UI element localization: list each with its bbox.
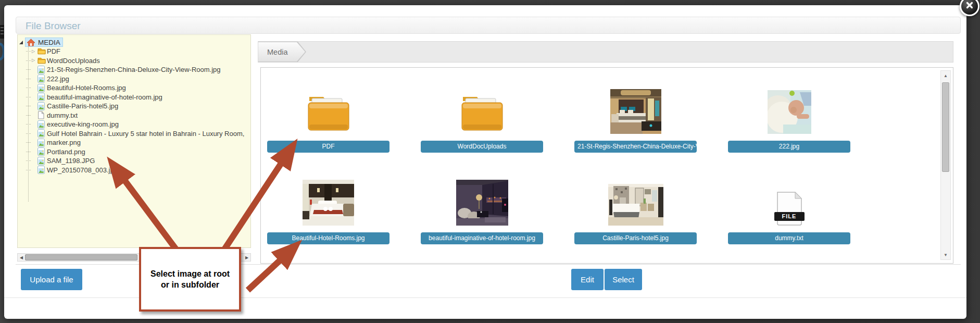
close-x-icon xyxy=(966,2,973,11)
file-name-label[interactable]: 21-St-Regis-Shenzhen-China-Deluxe-City-V… xyxy=(574,141,697,153)
dialog-titlebar: File Browser xyxy=(16,17,961,34)
background-menu-icon xyxy=(0,25,4,39)
grid-item[interactable]: 21-St-Regis-Shenzhen-China-Deluxe-City-V… xyxy=(574,78,697,153)
tree-item-folder[interactable]: ▷ PDF xyxy=(18,47,250,56)
file-name-label[interactable]: Beautiful-Hotel-Rooms.jpg xyxy=(267,232,390,244)
tree-item-folder[interactable]: ▷ WordDocUploads xyxy=(18,56,250,66)
file-icon xyxy=(37,111,47,119)
image-icon xyxy=(37,147,47,156)
annotation-callout: Select image at root or in subfolder xyxy=(139,247,241,312)
tree-item-file[interactable]: ▷ dummy.txt xyxy=(18,111,250,120)
image-icon xyxy=(37,66,47,74)
file-name-label[interactable]: PDF xyxy=(267,141,390,153)
image-icon xyxy=(37,120,47,129)
folder-icon xyxy=(37,48,47,55)
tree-item-image[interactable]: ▷ beautiful-imaginative-of-hotel-room.jp… xyxy=(18,93,250,102)
grid-item[interactable]: Beautiful-Hotel-Rooms.jpg xyxy=(267,170,390,244)
grid-item[interactable]: WordDocUploads xyxy=(421,78,543,153)
file-icon[interactable]: FILE xyxy=(775,191,803,226)
tree-item-image[interactable]: ▷ Portland.png xyxy=(18,147,250,157)
file-name-label[interactable]: 222.jpg xyxy=(728,141,850,153)
selected-tree-node[interactable]: MEDIA xyxy=(25,38,63,47)
media-tree-list: ▷ PDF ▷ WordDocUploads ▷ 21-St-Regis-She… xyxy=(18,47,250,175)
image-icon xyxy=(37,84,47,92)
scroll-right-icon[interactable]: ▶ xyxy=(244,254,250,260)
file-name-label[interactable]: beautiful-imaginative-of-hotel-room.jpg xyxy=(421,232,543,244)
file-name-label[interactable]: Castille-Paris-hotel5.jpg xyxy=(574,232,697,244)
photo-thumbnail[interactable] xyxy=(768,90,811,134)
breadcrumb-item-media[interactable]: Media xyxy=(258,42,305,61)
select-button[interactable]: Select xyxy=(605,269,642,290)
grid-item[interactable]: Castille-Paris-hotel5.jpg xyxy=(574,170,697,244)
edit-button[interactable]: Edit xyxy=(571,269,604,290)
image-icon xyxy=(37,102,47,110)
photo-thumbnail[interactable] xyxy=(610,89,661,134)
upload-file-button[interactable]: Upload a file xyxy=(21,269,82,290)
image-icon xyxy=(37,139,47,147)
folder-icon[interactable] xyxy=(305,92,353,134)
horizontal-scroll-thumb[interactable] xyxy=(25,254,137,260)
tree-item-image[interactable]: ▷ 21-St-Regis-Shenzhen-China-Deluxe-City… xyxy=(18,65,250,74)
folder-icon xyxy=(37,57,47,64)
grid-item[interactable]: PDF xyxy=(267,78,390,153)
image-icon xyxy=(37,93,47,101)
grid-item[interactable]: FILE dummy.txt xyxy=(728,170,850,244)
tree-root-label: MEDIA xyxy=(38,39,60,46)
photo-thumbnail[interactable] xyxy=(608,184,663,226)
vertical-scroll-thumb[interactable] xyxy=(942,82,949,172)
grid-item[interactable]: beautiful-imaginative-of-hotel-room.jpg xyxy=(421,170,543,244)
file-name-label[interactable]: WordDocUploads xyxy=(421,141,543,153)
image-icon xyxy=(37,74,47,83)
photo-thumbnail[interactable] xyxy=(303,180,354,226)
annotation-line1: Select image at root xyxy=(150,268,230,279)
file-name-label[interactable]: dummy.txt xyxy=(728,232,850,244)
tree-item-image[interactable]: ▷ Gulf Hotel Bahrain - Luxury 5 star hot… xyxy=(18,129,250,139)
tree-item-image[interactable]: ▷ executive-king-room.jpg xyxy=(18,120,250,129)
grid-item[interactable]: 222.jpg xyxy=(728,78,850,153)
image-icon xyxy=(37,166,47,174)
annotation-line2: or in subfolder xyxy=(161,279,219,290)
close-button[interactable] xyxy=(960,0,979,16)
file-type-badge: FILE xyxy=(774,212,805,221)
media-tree-panel[interactable]: MEDIA ▷ PDF ▷ WordDocUploads ▷ 21-St-Reg… xyxy=(17,34,251,248)
tree-root-media[interactable]: MEDIA xyxy=(19,38,63,47)
expand-arrow-icon[interactable]: ▷ xyxy=(32,58,37,63)
tree-item-image[interactable]: ▷ Castille-Paris-hotel5.jpg xyxy=(18,102,250,111)
tree-item-image[interactable]: ▷ Beautiful-Hotel-Rooms.jpg xyxy=(18,83,250,93)
image-icon xyxy=(37,129,47,138)
breadcrumb-bar: Media xyxy=(258,41,953,63)
tree-item-image[interactable]: ▷ 222.jpg xyxy=(18,74,250,84)
collapse-arrow-icon[interactable] xyxy=(19,41,23,44)
photo-thumbnail[interactable] xyxy=(456,180,508,226)
image-icon xyxy=(37,157,47,165)
grid-vertical-scrollbar[interactable]: ▲ ▼ xyxy=(940,70,951,260)
tree-item-image[interactable]: ▷ SAM_1198.JPG xyxy=(18,156,250,166)
tree-item-image[interactable]: ▷ WP_20150708_003.jpg xyxy=(18,166,250,175)
home-icon xyxy=(27,39,36,46)
page-background: File Browser MEDIA ▷ PDF ▷ WordDocUpload… xyxy=(0,0,980,323)
expand-arrow-icon[interactable]: ▷ xyxy=(32,49,37,54)
scroll-up-icon[interactable]: ▲ xyxy=(941,72,950,79)
tree-item-image[interactable]: ▷ marker.png xyxy=(18,138,250,147)
dialog-title: File Browser xyxy=(26,20,81,32)
breadcrumb-label: Media xyxy=(267,48,288,56)
folder-icon[interactable] xyxy=(458,92,506,134)
scroll-down-icon[interactable]: ▼ xyxy=(941,251,950,258)
scroll-left-icon[interactable]: ◀ xyxy=(18,254,24,260)
